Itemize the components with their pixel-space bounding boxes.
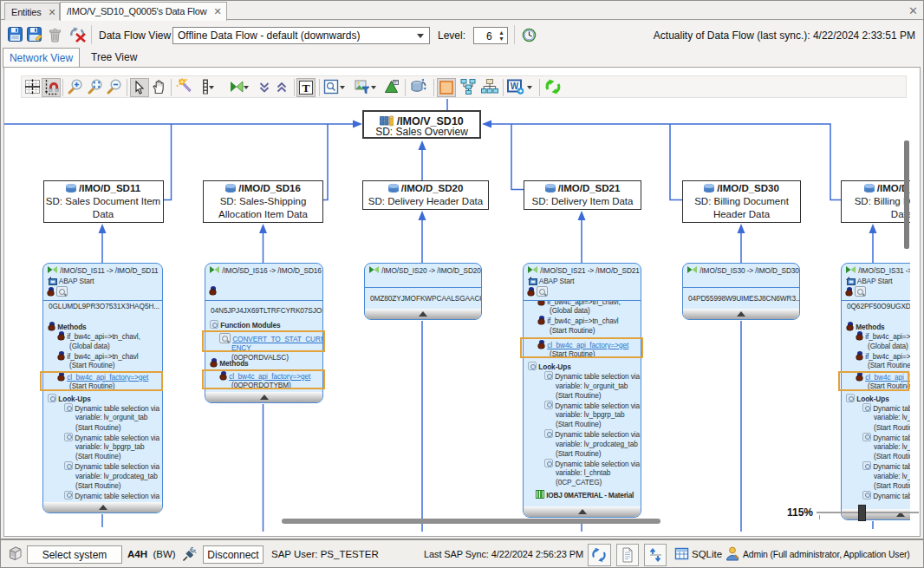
svg-text:T: T — [302, 82, 309, 95]
svg-text:W: W — [511, 82, 519, 91]
